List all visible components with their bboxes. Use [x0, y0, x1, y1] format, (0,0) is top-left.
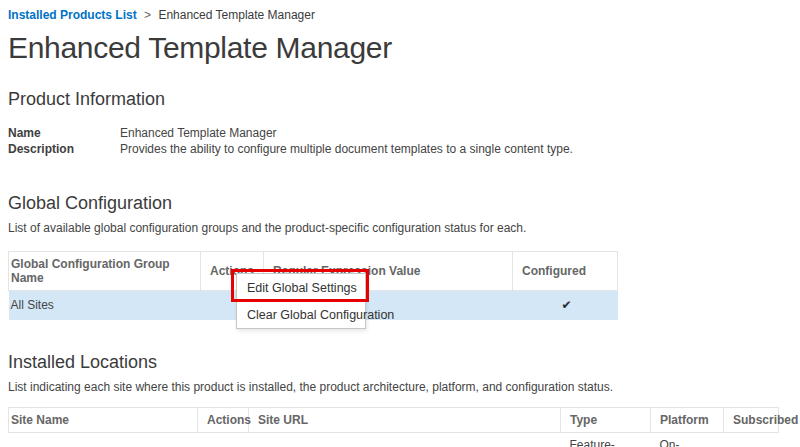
field-label-name: Name — [8, 125, 120, 141]
cell-site-name: Governance Hub — [9, 432, 198, 447]
cell-site-url: http://govhub.latham.com — [249, 432, 561, 447]
field-row-name: Name Enhanced Template Manager — [8, 125, 792, 141]
menu-item-edit-global-settings[interactable]: Edit Global Settings — [237, 274, 365, 301]
breadcrumb-separator: > — [144, 8, 151, 22]
page-title: Enhanced Template Manager — [8, 31, 792, 65]
installed-locations-table: Site Name Actions Site URL Type Platform… — [8, 407, 779, 447]
configured-check-icon: ✔ — [513, 291, 618, 320]
column-header-subscribed: Subscribed — [724, 407, 779, 432]
cell-type: Feature-activated — [561, 432, 651, 447]
context-menu: Edit Global Settings Clear Global Config… — [236, 273, 366, 329]
subscribed-check-icon: ✔ — [724, 432, 779, 447]
section-heading-global-configuration: Global Configuration — [8, 193, 792, 214]
breadcrumb-link-installed-products[interactable]: Installed Products List — [8, 8, 137, 22]
page: Installed Products List > Enhanced Templ… — [0, 0, 800, 447]
field-row-description: Description Provides the ability to conf… — [8, 141, 792, 157]
menu-item-clear-global-configuration[interactable]: Clear Global Configuration — [237, 301, 365, 328]
global-configuration-description: List of available global configuration g… — [8, 221, 792, 235]
cell-group-name: All Sites — [9, 291, 201, 320]
cell-platform: On-premises — [651, 432, 724, 447]
column-header-site-name: Site Name — [9, 407, 198, 432]
section-heading-product-information: Product Information — [8, 89, 792, 110]
column-header-site-actions: Actions — [198, 407, 249, 432]
product-information-fields: Name Enhanced Template Manager Descripti… — [8, 125, 792, 157]
field-value-name: Enhanced Template Manager — [120, 125, 277, 141]
column-header-group-name: Global Configuration Group Name — [9, 252, 201, 291]
field-label-description: Description — [8, 141, 120, 157]
section-heading-installed-locations: Installed Locations — [8, 352, 792, 373]
column-header-site-url: Site URL — [249, 407, 561, 432]
actions-ellipsis-button[interactable]: ··· — [198, 432, 249, 447]
column-header-type: Type — [561, 407, 651, 432]
column-header-configured: Configured — [513, 252, 618, 291]
breadcrumb-current: Enhanced Template Manager — [158, 8, 315, 22]
table-row-governance-hub: Governance Hub ··· http://govhub.latham.… — [9, 432, 779, 447]
breadcrumb: Installed Products List > Enhanced Templ… — [8, 8, 792, 22]
column-header-platform: Platform — [651, 407, 724, 432]
field-value-description: Provides the ability to configure multip… — [120, 141, 573, 157]
installed-locations-header-row: Site Name Actions Site URL Type Platform… — [9, 407, 779, 432]
installed-locations-description: List indicating each site where this pro… — [8, 380, 792, 394]
